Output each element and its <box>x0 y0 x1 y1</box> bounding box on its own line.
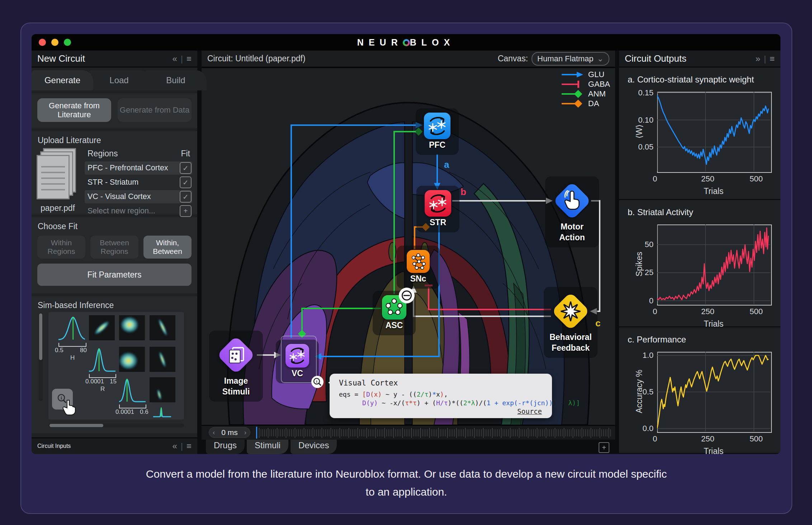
neural-mass-icon <box>424 113 450 139</box>
add-input-button[interactable]: + <box>599 442 609 453</box>
x-tick: 0 <box>653 434 657 444</box>
inhibit-badge-icon[interactable] <box>399 288 415 303</box>
legend-label: GABA <box>588 80 610 89</box>
x-tick: 250 <box>701 307 714 316</box>
add-region-button[interactable]: + <box>180 205 192 217</box>
time-prev-icon[interactable]: ‹ <box>213 429 215 436</box>
close-window-icon[interactable] <box>39 39 46 46</box>
x-tick: 500 <box>750 307 763 316</box>
time-next-icon[interactable]: › <box>244 429 246 436</box>
circuit-title: Circuit: Untitled (paper.pdf) <box>207 54 306 63</box>
upload-literature-title: Upload Literature <box>32 131 197 145</box>
tab-generate[interactable]: Generate <box>32 70 93 90</box>
edge-STR-VC <box>318 223 439 356</box>
fit-option-between-regions[interactable]: Between Regions <box>90 236 138 259</box>
neural-mass-icon <box>425 190 451 217</box>
maximize-window-icon[interactable] <box>64 39 71 46</box>
output-section-a: a. Cortico-striatal synaptic weight0.050… <box>619 67 780 200</box>
outputs-menu-icon[interactable]: ≡ <box>770 54 775 64</box>
collapse-inputs-icon[interactable]: « <box>172 441 177 451</box>
fit-column-header: Fit <box>181 149 190 159</box>
node-label-bf: Behavioral Feedback <box>538 332 603 354</box>
output-section-b: b. Striatal Activity025500250500SpikesTr… <box>619 200 780 327</box>
region-row[interactable]: VC - Visual Cortex✓ <box>85 190 192 203</box>
timeline-cursor[interactable] <box>256 427 257 439</box>
region-row[interactable]: Select new region...+ <box>85 204 192 218</box>
tab-devices[interactable]: Devices <box>291 440 337 454</box>
fit-option-within-regions[interactable]: Within Regions <box>37 236 85 259</box>
inputs-menu-icon[interactable]: ≡ <box>187 441 192 451</box>
x-axis-label: Trials <box>704 186 723 196</box>
param-name: R <box>100 386 105 393</box>
file-name: paper.pdf <box>37 203 79 213</box>
generate-from-literature-button[interactable]: Generate from Literature <box>37 98 111 122</box>
horizontal-scrollbar[interactable] <box>48 424 184 427</box>
choose-fit-section: Choose Fit Within RegionsBetween Regions… <box>32 217 197 293</box>
svg-text:i: i <box>316 379 317 383</box>
edge-BF-SNc <box>414 289 551 316</box>
param-name: H <box>70 354 75 361</box>
fit-parameters-button[interactable]: Fit Parameters <box>37 264 192 286</box>
y-axis-label: ⟨W⟩ <box>634 96 644 167</box>
circuit-inputs-title: Circuit Inputs <box>37 443 71 449</box>
output-section-c: c. Performance0.00.51.00250500Accuracy %… <box>619 327 780 454</box>
divider-icon: | <box>764 54 766 64</box>
circuit-outputs-panel: Circuit Outputs »|≡ a. Cortico-striatal … <box>619 51 780 454</box>
fit-checkbox[interactable]: ✓ <box>180 176 192 188</box>
document-stack-icon[interactable] <box>37 148 79 201</box>
network-icon <box>407 250 430 273</box>
canvas-select[interactable]: Human Flatmap ⌄ <box>532 52 609 66</box>
circuit-canvas[interactable]: GLUGABAANMDA PFCSTRSNcASCVCImage Stimuli… <box>202 68 615 425</box>
edge-type-legend: GLUGABAANMDA <box>561 70 610 108</box>
hand-cursor-icon <box>62 399 76 417</box>
minimize-window-icon[interactable] <box>51 39 58 46</box>
expand-panel-icon[interactable]: » <box>755 54 760 64</box>
fit-option-within-between[interactable]: Within, Between <box>143 236 192 259</box>
new-circuit-title: New Circuit <box>37 53 85 64</box>
fit-checkbox[interactable]: ✓ <box>180 191 192 203</box>
posterior-density-tile <box>119 315 145 340</box>
chart-a-plot <box>657 92 770 171</box>
fit-checkbox[interactable]: ✓ <box>180 162 192 174</box>
chart-title-b: b. Striatal Activity <box>619 200 780 217</box>
generate-from-data-button[interactable]: Generate from Data <box>118 98 192 122</box>
app-frame: NEURBLOX New Circuit «|≡ GenerateLoadBui… <box>32 34 780 454</box>
app-title: NEURBLOX <box>32 37 780 48</box>
tooltip-title: Visual Cortex <box>330 374 552 387</box>
chart-title-c: c. Performance <box>619 327 780 345</box>
panel-menu-icon[interactable]: ≡ <box>187 54 192 64</box>
y-axis-label: Accuracy % <box>634 356 644 427</box>
tab-build[interactable]: Build <box>145 70 207 90</box>
legend-label: DA <box>588 99 599 108</box>
circuit-canvas-column: Circuit: Untitled (paper.pdf) Canvas: Hu… <box>202 51 615 454</box>
tab-load[interactable]: Load <box>88 70 150 90</box>
choose-fit-title: Choose Fit <box>32 217 197 231</box>
chart-c-plot <box>657 352 770 431</box>
timeline-ruler[interactable] <box>259 429 612 436</box>
node-label-ma: Motor Action <box>540 222 604 243</box>
node-label-pfc: PFC <box>405 140 469 151</box>
posterior-density-tile <box>150 347 175 372</box>
left-panel-tabs: GenerateLoadBuild <box>32 70 197 90</box>
tab-stimuli[interactable]: Stimuli <box>247 440 288 454</box>
canvas-label: Canvas: <box>498 54 528 63</box>
x-tick: 0 <box>653 307 657 316</box>
region-row[interactable]: STR - Striatum✓ <box>85 176 192 189</box>
posterior-density-tile <box>150 315 175 340</box>
info-magnifier-badge[interactable]: i <box>311 376 324 388</box>
param-max: 15 <box>110 378 117 385</box>
vertical-scrollbar[interactable] <box>39 313 43 401</box>
vc-selection-box[interactable] <box>281 336 317 383</box>
time-value: 0 ms <box>221 428 238 437</box>
title-bar: NEURBLOX <box>32 34 780 51</box>
x-tick: 250 <box>701 434 714 444</box>
edge-label-c: c <box>595 318 600 329</box>
legend-label: ANM <box>588 89 606 99</box>
time-stepper[interactable]: ‹ 0 ms › <box>209 427 250 438</box>
tab-drugs[interactable]: Drugs <box>206 440 245 454</box>
region-row[interactable]: PFC - Prefrontal Cortex✓ <box>85 161 192 175</box>
collapse-panel-icon[interactable]: « <box>172 54 177 64</box>
posterior-density-tile <box>119 347 145 372</box>
source-link[interactable]: Source <box>517 407 542 415</box>
edge-BF-SNc <box>429 287 551 309</box>
